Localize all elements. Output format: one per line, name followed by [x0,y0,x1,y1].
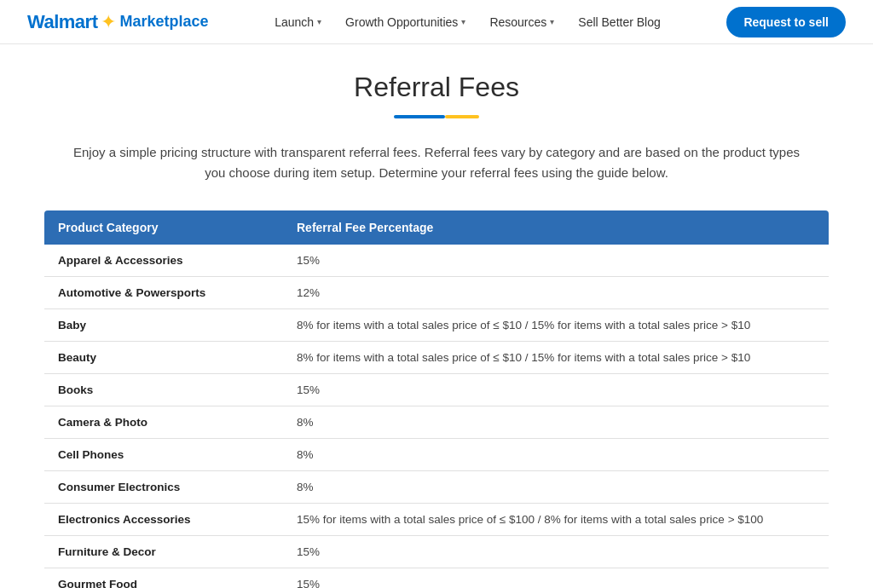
nav-item-sell-better-blog[interactable]: Sell Better Blog [578,15,661,29]
table-row: Cell Phones8% [44,439,829,471]
spark-icon: ✦ [101,11,116,33]
fee-cell: 8% [283,439,829,471]
category-cell: Books [44,374,283,406]
table-row: Consumer Electronics8% [44,471,829,504]
fee-cell: 8% [283,471,829,504]
table-row: Automotive & Powersports12% [44,277,829,309]
category-cell: Automotive & Powersports [44,277,283,309]
category-cell: Gourmet Food [44,568,283,589]
table-row: Furniture & Decor15% [44,536,829,568]
underline-gold [445,115,479,118]
page-description: Enjoy a simple pricing structure with tr… [70,142,803,183]
category-cell: Cell Phones [44,439,283,471]
fee-cell: 8% [283,406,829,439]
navbar: Walmart ✦ Marketplace Launch▾Growth Oppo… [0,0,873,44]
fee-cell: 15% [283,374,829,406]
col-header-fee: Referral Fee Percentage [283,210,829,245]
fee-cell: 8% for items with a total sales price of… [283,309,829,342]
col-header-category: Product Category [44,210,283,245]
fee-cell: 12% [283,277,829,309]
request-to-sell-button[interactable]: Request to sell [726,7,846,37]
underline-blue [394,115,445,118]
category-cell: Furniture & Decor [44,536,283,568]
fee-cell: 15% [283,568,829,589]
category-cell: Camera & Photo [44,406,283,439]
table-row: Books15% [44,374,829,406]
chevron-down-icon: ▾ [461,17,465,26]
table-row: Gourmet Food15% [44,568,829,589]
main-content: Referral Fees Enjoy a simple pricing str… [27,44,846,588]
title-underline [44,115,829,118]
table-row: Baby8% for items with a total sales pric… [44,309,829,342]
fee-table: Product Category Referral Fee Percentage… [44,210,829,588]
nav-item-growth-opportunities[interactable]: Growth Opportunities▾ [345,15,465,29]
table-body: Apparel & Accessories15%Automotive & Pow… [44,245,829,588]
chevron-down-icon: ▾ [550,17,554,26]
nav-links: Launch▾Growth Opportunities▾Resources▾Se… [275,15,661,29]
category-cell: Electronics Accessories [44,504,283,536]
table-row: Beauty8% for items with a total sales pr… [44,342,829,374]
fee-cell: 8% for items with a total sales price of… [283,342,829,374]
table-row: Electronics Accessories15% for items wit… [44,504,829,536]
table-header: Product Category Referral Fee Percentage [44,210,829,245]
nav-item-launch[interactable]: Launch▾ [275,15,321,29]
category-cell: Beauty [44,342,283,374]
nav-item-resources[interactable]: Resources▾ [489,15,554,29]
category-cell: Apparel & Accessories [44,245,283,277]
category-cell: Baby [44,309,283,342]
logo[interactable]: Walmart ✦ Marketplace [27,11,209,33]
category-cell: Consumer Electronics [44,471,283,504]
chevron-down-icon: ▾ [317,17,321,26]
logo-marketplace-text: Marketplace [119,13,208,31]
logo-walmart-text: Walmart [27,11,97,33]
table-row: Apparel & Accessories15% [44,245,829,277]
fee-cell: 15% [283,245,829,277]
fee-cell: 15% [283,536,829,568]
table-row: Camera & Photo8% [44,406,829,439]
page-title: Referral Fees [44,72,829,103]
fee-cell: 15% for items with a total sales price o… [283,504,829,536]
